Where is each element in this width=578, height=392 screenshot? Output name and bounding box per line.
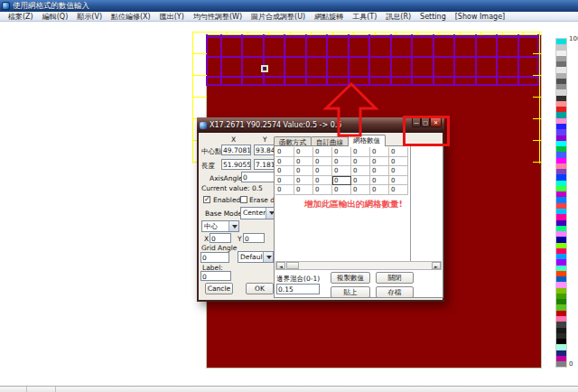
grid-right-border [410,146,411,261]
grid-cell[interactable]: 0 [332,147,351,157]
menu-item-composite-adjust[interactable]: 圖片合成調整(U) [247,12,310,22]
cancel-button[interactable]: Cancle [205,283,233,294]
grid-cell[interactable]: 0 [313,176,332,186]
red-rectangle-annotation [403,116,450,146]
grid-cell[interactable]: 0 [389,176,408,186]
grid-cell[interactable]: 0 [275,185,294,195]
grid-cell[interactable]: 0 [294,176,313,186]
grid-cell[interactable]: 0 [332,176,351,186]
grid-cell[interactable]: 0 [370,176,389,186]
base-mode-label: Base Mode [205,210,242,218]
grid-cell[interactable]: 0 [313,147,332,157]
menu-item-dot-rotate[interactable]: 網點旋轉 [310,12,348,22]
color-scale-max-label: 100 [569,35,578,42]
paste-button[interactable]: 貼上 [331,286,370,298]
grid-cell[interactable]: 0 [351,185,370,195]
menu-item-uniformity-adjust[interactable]: 均勻性調整(W) [189,12,247,22]
menu-item-point-edit[interactable]: 點位編修(X) [107,12,155,22]
copy-values-button[interactable]: 複製數值 [331,272,370,284]
grid-cell[interactable]: 0 [332,166,351,176]
axis-angle-field[interactable]: 0 [241,172,275,182]
color-scale-strip [555,38,567,368]
label-field[interactable]: 0 [200,271,231,281]
yellow-grid-stub [533,118,542,119]
dialog-icon [200,122,207,129]
scroll-left-icon[interactable]: ◄ [276,262,285,269]
menu-item-edit[interactable]: 編輯(Q) [38,12,73,22]
grid-cell[interactable]: 0 [294,166,313,176]
grid-cell[interactable]: 0 [313,166,332,176]
enabled-checkbox[interactable] [203,196,210,203]
ok-button[interactable]: OK [246,283,274,294]
menu-item-file[interactable]: 檔案(Z) [4,12,38,22]
yellow-grid-right-line [539,32,540,163]
length-label: 長度 [201,162,215,171]
column-header-y: Y [263,135,267,144]
yellow-grid-stub [192,97,207,98]
grid-cell[interactable]: 0 [351,147,370,157]
yellow-grid-ticks [206,32,540,35]
yellow-grid-stub [533,97,542,98]
menu-bar: 檔案(Z)編輯(Q)顯示(V)點位編修(X)匯出(Y)均勻性調整(W)圖片合成調… [0,12,578,22]
yellow-grid-stub [533,140,542,141]
blend-field[interactable]: 0.15 [276,284,320,294]
chevron-down-icon [228,221,238,231]
close-dialog-button[interactable]: 關閉 [376,272,414,284]
scroll-right-icon[interactable]: ► [432,262,441,269]
grid-angle-field[interactable]: 0 [200,252,229,263]
menu-item-export[interactable]: 匯出(Y) [155,12,189,22]
grid-cell[interactable]: 0 [351,176,370,186]
horizontal-scrollbar[interactable]: ◄ ► [275,261,442,270]
center-x-field[interactable]: 49.7081 [221,145,251,155]
x-label: X [204,235,209,243]
yellow-grid-left-line [192,32,193,163]
grid-cell[interactable]: 0 [313,185,332,195]
grid-cell[interactable]: 0 [294,185,313,195]
grid-cell[interactable]: 0 [275,166,294,176]
menu-item-view[interactable]: 顯示(V) [72,12,107,22]
grid-cell[interactable]: 0 [294,157,313,167]
grid-cell[interactable]: 0 [332,185,351,195]
grid-cell[interactable]: 0 [370,157,389,167]
grid-cell[interactable]: 0 [351,166,370,176]
menu-item-show-image[interactable]: [Show Image] [451,13,509,21]
grid-cell[interactable]: 0 [389,166,408,176]
current-point-marker [261,65,268,72]
grid-cell[interactable]: 0 [313,157,332,167]
grid-angle-label: Grid Angle [201,244,237,252]
menu-item-setting[interactable]: Setting [415,13,451,21]
grid-cell[interactable]: 0 [275,176,294,186]
length-x-field[interactable]: 51.9055 [221,159,251,170]
yellow-grid-stub [192,75,207,76]
base-mode-select[interactable]: Center [240,207,276,219]
erase-dots-checkbox[interactable] [240,196,247,203]
grid-cell[interactable]: 0 [389,157,408,167]
grid-cell[interactable]: 0 [294,147,313,157]
save-button[interactable]: 存檔 [376,286,414,298]
grid-angle-mode-select[interactable]: Default [238,251,274,263]
grid-cell[interactable]: 0 [389,185,408,195]
menu-item-tools[interactable]: 工具(T) [348,12,381,22]
grid-cell[interactable]: 0 [351,157,370,167]
base-mode-value: Center [243,209,266,217]
grid-cell[interactable]: 0 [370,185,389,195]
x-offset-field[interactable]: 0 [210,233,231,243]
red-note-annotation: 增加此區輸出的網格數量! [304,199,403,210]
y-label: Y [238,235,242,243]
menu-item-message[interactable]: 訊息(R) [381,12,415,22]
grid-cell[interactable]: 0 [332,157,351,167]
yellow-grid-stub [533,53,542,54]
center-label: 中心點 [201,147,222,156]
enabled-label: Enabled [213,196,240,204]
anchor-select[interactable]: 中心 [201,220,239,232]
application-window: 使用網格式的數值輸入 檔案(Z)編輯(Q)顯示(V)點位編修(X)匯出(Y)均勻… [0,0,578,392]
y-offset-field[interactable]: 0 [243,233,265,243]
grid-cell[interactable]: 0 [389,147,408,157]
scrollbar-thumb[interactable] [286,262,299,269]
scrollbar-groove[interactable] [299,262,432,269]
statusbar-cell [27,387,56,392]
grid-cell[interactable]: 0 [370,147,389,157]
grid-cell[interactable]: 0 [370,166,389,176]
grid-cell[interactable]: 0 [275,147,294,157]
grid-cell[interactable]: 0 [275,157,294,167]
